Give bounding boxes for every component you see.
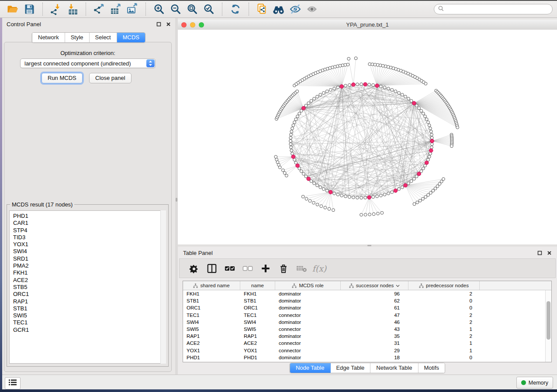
hide-selected-icon[interactable] (288, 2, 302, 16)
search-box[interactable] (434, 4, 553, 14)
table-cell: 46 (341, 319, 408, 326)
close-panel-button[interactable]: Close panel (89, 73, 131, 83)
table-row[interactable]: FKH1FKH1dominator962 (183, 290, 551, 297)
save-session-icon[interactable] (22, 2, 36, 16)
control-panel-title: Control Panel (7, 21, 41, 28)
mcds-result-item[interactable]: TEC1 (13, 319, 166, 326)
zoom-selected-icon[interactable] (202, 2, 216, 16)
memory-button[interactable]: Memory (516, 377, 553, 389)
mcds-result-item[interactable]: SRD1 (13, 255, 166, 262)
run-mcds-button[interactable]: Run MCDS (42, 73, 83, 83)
tab-mcds[interactable]: MCDS (117, 33, 145, 42)
table-scrollbar[interactable] (545, 290, 551, 362)
export-image-icon[interactable] (125, 2, 139, 16)
table-cell: 35 (341, 333, 408, 340)
import-table-icon[interactable] (66, 2, 80, 16)
mcds-result-item[interactable]: SWI4 (13, 248, 166, 255)
panel-list-button[interactable] (5, 377, 21, 389)
column-header-predecessor-nodes[interactable]: predecessor nodes (408, 281, 480, 290)
mcds-result-item[interactable]: FKH1 (13, 269, 166, 276)
table-tab-edge-table[interactable]: Edge Table (330, 363, 370, 373)
tab-select[interactable]: Select (90, 33, 117, 42)
column-header-name[interactable]: name (240, 281, 275, 290)
table-row[interactable]: ACE2ACE2connector311 (183, 340, 551, 347)
table-cell (480, 340, 551, 347)
toolbar-separator (145, 3, 146, 16)
select-all-rows-icon[interactable] (222, 261, 237, 276)
table-row[interactable]: SWI5SWI5connector431 (183, 326, 551, 333)
table-row[interactable]: YOX1YOX1connector291 (183, 347, 551, 354)
float-panel-icon[interactable] (156, 21, 161, 27)
status-bar: Memory (2, 375, 557, 390)
mcds-result-item[interactable]: CAR1 (13, 220, 166, 227)
column-header-MCDS-role[interactable]: MCDS role (275, 281, 341, 290)
table-row[interactable]: ORC1ORC1dominator610 (183, 304, 551, 311)
delete-row-icon[interactable] (276, 261, 291, 276)
table-tab-motifs[interactable]: Motifs (418, 363, 445, 373)
zoom-out-icon[interactable] (169, 2, 183, 16)
close-table-panel-icon[interactable] (547, 250, 552, 255)
mcds-result-item[interactable]: YOX1 (13, 241, 166, 248)
table-cell: FKH1 (240, 290, 275, 297)
open-session-icon[interactable] (6, 2, 20, 16)
network-canvas[interactable] (178, 30, 557, 244)
mcds-result-item[interactable]: ORC1 (13, 291, 166, 298)
table-row[interactable]: RAP1RAP1dominator352 (183, 333, 551, 340)
main-toolbar (0, 1, 557, 18)
show-all-icon[interactable] (305, 2, 319, 16)
search-network-icon[interactable] (272, 2, 286, 16)
table-cell: 62 (341, 297, 408, 304)
mcds-result-item[interactable]: GCR1 (13, 327, 166, 334)
table-row[interactable]: STB1STB1dominator620 (183, 297, 551, 304)
mcds-result-item[interactable]: PMA2 (13, 262, 166, 269)
zoom-fit-icon[interactable] (185, 2, 199, 16)
mcds-result-item[interactable]: RAP1 (13, 298, 166, 305)
zoom-in-icon[interactable] (152, 2, 166, 16)
table-row[interactable]: PHD1PHD1dominator180 (183, 354, 551, 361)
add-row-icon[interactable] (258, 261, 273, 276)
table-row[interactable]: TEC1TEC1connector472 (183, 312, 551, 319)
mcds-result-item[interactable]: SWI5 (13, 312, 166, 319)
control-panel: Control Panel NetworkStyleSelectMCDS Opt… (2, 18, 175, 375)
mcds-result-list[interactable]: PHD1CAR1STP4TID3YOX1SWI4SRD1PMA2FKH1ACE2… (9, 210, 166, 364)
network-view-window: YPA_prune.txt_1 (178, 20, 557, 244)
export-network-icon[interactable] (92, 2, 106, 16)
column-settings-icon[interactable] (187, 261, 201, 276)
table-cell: SWI4 (183, 319, 240, 326)
close-panel-icon[interactable] (166, 21, 171, 27)
search-input[interactable] (446, 6, 548, 13)
table-tab-node-table[interactable]: Node Table (290, 363, 331, 373)
table-tab-network-table[interactable]: Network Table (370, 363, 418, 373)
column-header-successor-nodes[interactable]: successor nodes (341, 281, 408, 290)
table-cell: 43 (341, 326, 408, 333)
table-cell: connector (275, 347, 341, 354)
table-cell (480, 354, 551, 361)
float-table-panel-icon[interactable] (537, 250, 542, 255)
table-cell: ORC1 (240, 304, 275, 311)
mcds-result-item[interactable]: PHD1 (13, 213, 166, 220)
tab-style[interactable]: Style (65, 33, 90, 42)
mcds-result-item[interactable]: ACE2 (13, 277, 166, 284)
export-table-icon[interactable] (109, 2, 123, 16)
optimization-criterion-label: Optimization criterion: (4, 50, 171, 56)
table-row[interactable]: SWI4SWI4dominator462 (183, 319, 551, 326)
refresh-layout-icon[interactable] (228, 2, 242, 16)
mcds-result-item[interactable]: STB1 (13, 305, 166, 312)
deselect-all-rows-icon[interactable] (240, 261, 255, 276)
tab-network[interactable]: Network (32, 33, 65, 42)
table-cell: 2 (408, 333, 480, 340)
mcds-list-scrollbar[interactable] (160, 210, 166, 364)
table-cell: RAP1 (240, 333, 275, 340)
criterion-dropdown[interactable]: largest connected component (undirected) (20, 58, 156, 68)
table-cell: 0 (408, 304, 480, 311)
share-document-icon[interactable] (255, 2, 269, 16)
split-table-panel-icon[interactable] (204, 261, 219, 276)
table-cell: 1 (408, 340, 480, 347)
mcds-result-item[interactable]: STP4 (13, 227, 166, 234)
table-scrollbar-thumb[interactable] (547, 301, 550, 340)
column-header-shared-name[interactable]: shared name (183, 281, 240, 290)
import-network-icon[interactable] (49, 2, 63, 16)
mcds-result-item[interactable]: STB5 (13, 284, 166, 291)
mcds-result-item[interactable]: TID3 (13, 234, 166, 241)
toolbar-separator (42, 3, 43, 16)
